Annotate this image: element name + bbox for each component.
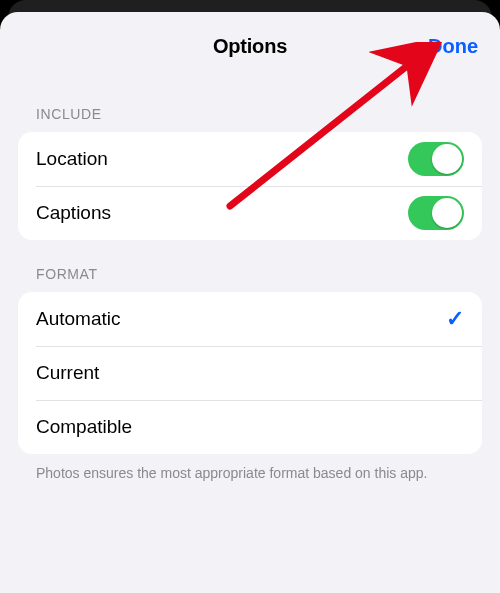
section-header-include: INCLUDE xyxy=(18,80,482,132)
row-label: Location xyxy=(36,148,108,170)
toggle-knob xyxy=(432,198,462,228)
row-captions[interactable]: Captions xyxy=(18,186,482,240)
row-automatic[interactable]: Automatic ✓ xyxy=(18,292,482,346)
nav-bar: Options Done xyxy=(0,12,500,80)
toggle-location[interactable] xyxy=(408,142,464,176)
row-location[interactable]: Location xyxy=(18,132,482,186)
row-current[interactable]: Current xyxy=(18,346,482,400)
toggle-knob xyxy=(432,144,462,174)
done-button[interactable]: Done xyxy=(428,35,478,58)
checkmark-icon: ✓ xyxy=(446,306,464,332)
toggle-captions[interactable] xyxy=(408,196,464,230)
format-footer-note: Photos ensures the most appropriate form… xyxy=(18,454,482,483)
row-label: Current xyxy=(36,362,99,384)
row-compatible[interactable]: Compatible xyxy=(18,400,482,454)
options-sheet: Options Done INCLUDE Location Captions F… xyxy=(0,12,500,593)
page-title: Options xyxy=(213,35,287,58)
section-header-format: FORMAT xyxy=(18,240,482,292)
include-group: Location Captions xyxy=(18,132,482,240)
row-label: Automatic xyxy=(36,308,120,330)
sheet-content: INCLUDE Location Captions FORMAT Automat… xyxy=(0,80,500,483)
row-label: Captions xyxy=(36,202,111,224)
format-group: Automatic ✓ Current Compatible xyxy=(18,292,482,454)
row-label: Compatible xyxy=(36,416,132,438)
